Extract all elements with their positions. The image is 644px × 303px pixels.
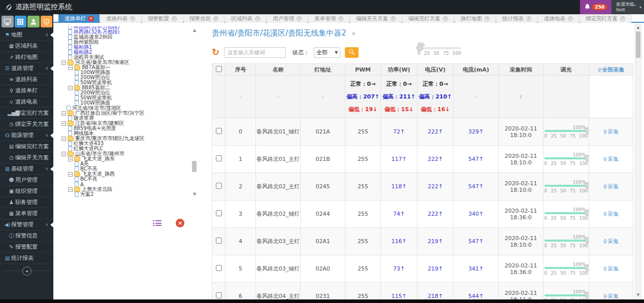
notifications-button[interactable]: 250 xyxy=(580,0,611,14)
dim-slider[interactable]: 100%0255075100 xyxy=(544,262,588,276)
tree-scrollbar-thumb[interactable] xyxy=(192,161,197,172)
sidebar-item-职务管理[interactable]: ♟职务管理 xyxy=(0,197,53,208)
scroll-up-icon[interactable]: ▲ xyxy=(635,24,641,30)
tab-报警信息[interactable]: 报警信息× xyxy=(183,14,224,23)
tree-node[interactable]: −8B85装部二 xyxy=(59,85,187,90)
tree-node[interactable]: −上善大道北段 xyxy=(59,187,187,192)
tab-编辑完灯方案[interactable]: 编辑完灯方案× xyxy=(402,14,454,23)
sidebar-item-能源管理[interactable]: ☊能源管理∨ xyxy=(0,130,53,141)
tab-close-icon[interactable]: × xyxy=(297,16,302,21)
tree-node[interactable]: BC不亮 xyxy=(59,177,187,182)
collapse-box-icon[interactable]: − xyxy=(61,121,66,126)
slider-track[interactable] xyxy=(544,212,588,214)
tree-node[interactable]: BC不亮 xyxy=(59,166,187,172)
sidebar-item-报警管理[interactable]: ◀)报警管理∨ xyxy=(0,219,53,230)
sidebar-item-区域列表[interactable]: ▦区域列表 xyxy=(0,41,53,52)
collapse-box-icon[interactable]: − xyxy=(68,157,73,161)
slider-track[interactable] xyxy=(544,130,588,132)
tree-node[interactable]: 100W照路面 xyxy=(59,70,187,75)
collect-link[interactable]: ♀采集 xyxy=(603,211,619,217)
tab-close-icon[interactable]: × xyxy=(172,16,177,21)
sidebar-item-道路管理[interactable]: ☰道路管理∨ xyxy=(0,63,53,74)
dim-slider[interactable]: 100%0255075100 xyxy=(544,125,588,139)
tab-close-icon[interactable]: × xyxy=(130,16,135,21)
slider-track[interactable] xyxy=(544,267,588,269)
tab-close-icon[interactable]: × xyxy=(620,16,625,21)
tab-路灯地图[interactable]: 路灯地图× xyxy=(455,14,496,23)
collapse-box-icon[interactable]: − xyxy=(68,86,73,90)
user-icon[interactable] xyxy=(27,16,40,27)
status-select[interactable]: 全部 ▼ xyxy=(314,47,340,58)
sidebar-item-编辑完灯方案[interactable]: ▤编辑完灯方案 xyxy=(0,141,53,152)
collect-link[interactable]: ♀采集 xyxy=(603,238,619,245)
slider-track[interactable] xyxy=(544,185,588,187)
tab-close-icon[interactable]: × xyxy=(485,16,490,21)
sidebar-item-路灯地图[interactable]: ⇗路灯地图 xyxy=(0,52,53,63)
sidebar-item-道路单灯[interactable]: ♀道路单灯 xyxy=(0,85,53,96)
tree-node[interactable]: 50W照皮带机 xyxy=(59,80,187,85)
slider-knob[interactable] xyxy=(416,45,423,51)
dim-slider[interactable]: 100%0255075100 xyxy=(544,207,588,221)
scroll-down-icon[interactable]: ▼ xyxy=(191,192,198,196)
tab-区域列表[interactable]: 区域列表× xyxy=(225,14,266,23)
tab-close-icon[interactable]: × xyxy=(568,16,573,21)
collapse-box-icon[interactable]: − xyxy=(61,137,66,141)
tree-scrollbar[interactable]: ▲ ▼ xyxy=(191,28,198,196)
slider-track[interactable] xyxy=(544,157,588,159)
sidebar-item-基础管理[interactable]: ▥基础管理∨ xyxy=(0,163,53,175)
row-checkbox[interactable] xyxy=(216,265,222,271)
sidebar-item-报警配置[interactable]: ✎报警配置 xyxy=(0,242,53,253)
collapse-box-icon[interactable]: − xyxy=(68,187,73,192)
slider-track[interactable] xyxy=(544,294,588,296)
tree-node[interactable]: 方案2 xyxy=(59,192,187,197)
tree-node[interactable]: 200W照泊位 xyxy=(59,75,187,80)
tree-node[interactable]: 200W照泊位 xyxy=(59,90,187,95)
collapse-box-icon[interactable]: − xyxy=(68,172,73,177)
tab-close-icon[interactable]: × xyxy=(338,16,343,21)
collect-link[interactable]: ♀采集 xyxy=(603,156,619,162)
slider-track[interactable] xyxy=(417,47,461,49)
tab-统计报表[interactable]: 统计报表× xyxy=(496,14,537,23)
search-button[interactable] xyxy=(345,47,359,58)
row-checkbox[interactable] xyxy=(216,155,222,161)
collapse-box-icon[interactable]: − xyxy=(68,65,73,70)
sidebar-item-绑定开关方案[interactable]: ◷绑定开关方案 xyxy=(0,119,53,130)
select-all-checkbox[interactable] xyxy=(216,66,222,72)
tree-close-icon[interactable]: × xyxy=(176,219,184,227)
slider-track[interactable] xyxy=(544,240,588,242)
row-checkbox[interactable] xyxy=(216,128,222,134)
collect-link[interactable]: ♀采集 xyxy=(603,183,619,190)
sidebar-item-菜单管理[interactable]: ▦菜单管理 xyxy=(0,208,53,219)
desktop-icon[interactable] xyxy=(2,16,14,27)
sidebar-item-绑定完灯方案[interactable]: ▂▅▇绑定完灯方案 xyxy=(0,108,53,119)
dimming-slider[interactable]: 0%0255075100 xyxy=(417,42,461,56)
tree-node[interactable]: −河北省/秦皇岛市/海港区 xyxy=(59,60,187,65)
dim-slider[interactable]: 100%0255075100 xyxy=(544,180,588,193)
tab-close-icon[interactable]: × xyxy=(255,16,260,21)
tree-node[interactable]: A xyxy=(59,182,187,187)
refresh-icon[interactable]: ↻ xyxy=(212,48,219,57)
page-scrollbar-thumb[interactable] xyxy=(636,31,640,58)
tab-报警配置[interactable]: 报警配置× xyxy=(142,14,183,23)
tab-道路列表[interactable]: 道路列表× xyxy=(100,14,141,23)
sidebar-item-报警信息[interactable]: ⓘ报警信息 xyxy=(0,230,53,242)
tab-用户管理[interactable]: 用户管理× xyxy=(267,14,308,23)
sidebar-item-编辑开关方案[interactable]: ◷编辑开关方案 xyxy=(0,152,53,163)
tab-道路电表[interactable]: 道路电表× xyxy=(538,14,579,23)
row-checkbox[interactable] xyxy=(216,210,222,216)
tree-node[interactable]: 50W照皮带机 xyxy=(59,95,187,100)
tab-close-icon[interactable]: × xyxy=(391,16,396,21)
shield-icon[interactable] xyxy=(41,16,53,27)
scroll-up-icon[interactable]: ▲ xyxy=(191,28,198,32)
tab-菜单管理[interactable]: 菜单管理× xyxy=(308,14,349,23)
tab-道路单灯[interactable]: 道路单灯× xyxy=(58,14,100,23)
collapse-box-icon[interactable]: − xyxy=(61,60,66,65)
collapse-box-icon[interactable]: − xyxy=(61,152,66,156)
page-scrollbar[interactable]: ▲ ▼ xyxy=(635,24,641,298)
tree-node[interactable]: −飞龙大道_路西 xyxy=(59,172,187,177)
dim-slider[interactable]: 100%0255075100 xyxy=(544,234,588,248)
sidebar-item-道路列表[interactable]: ≡道路列表 xyxy=(0,74,53,85)
dim-slider[interactable]: 100%0255075100 xyxy=(544,152,588,166)
row-checkbox[interactable] xyxy=(216,183,222,189)
collapse-box-icon[interactable]: − xyxy=(61,111,66,116)
